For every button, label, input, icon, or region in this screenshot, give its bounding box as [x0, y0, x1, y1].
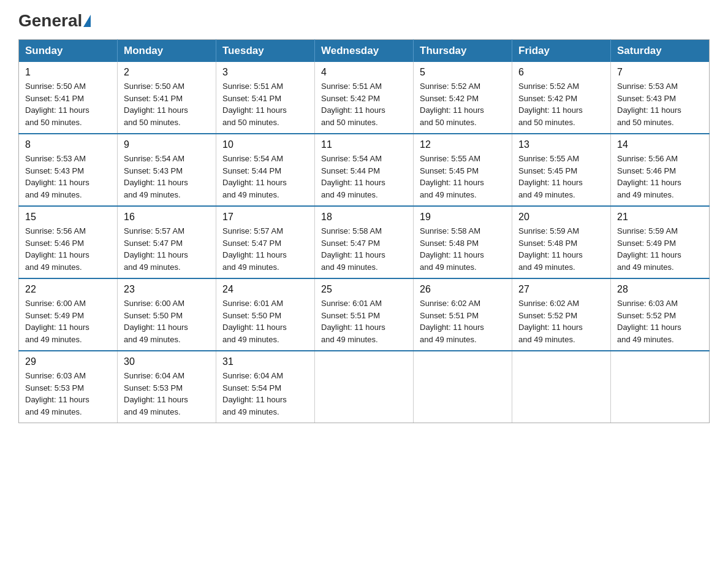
day-info: Sunrise: 6:03 AMSunset: 5:52 PMDaylight:… [617, 297, 703, 345]
day-info: Sunrise: 5:55 AMSunset: 5:45 PMDaylight:… [518, 153, 604, 201]
day-info: Sunrise: 5:57 AMSunset: 5:47 PMDaylight:… [222, 225, 308, 273]
day-info: Sunrise: 6:00 AMSunset: 5:50 PMDaylight:… [124, 297, 210, 345]
calendar-cell: 29 Sunrise: 6:03 AMSunset: 5:53 PMDaylig… [19, 351, 118, 423]
logo: General [18, 12, 92, 28]
day-number: 29 [25, 356, 111, 367]
calendar-cell: 27 Sunrise: 6:02 AMSunset: 5:52 PMDaylig… [512, 278, 611, 351]
weekday-header-friday: Friday [512, 40, 611, 63]
calendar-cell: 12 Sunrise: 5:55 AMSunset: 5:45 PMDaylig… [414, 134, 512, 206]
day-info: Sunrise: 6:04 AMSunset: 5:53 PMDaylight:… [124, 370, 210, 418]
weekday-header-monday: Monday [118, 40, 216, 63]
weekday-header-tuesday: Tuesday [216, 40, 315, 63]
calendar-cell: 24 Sunrise: 6:01 AMSunset: 5:50 PMDaylig… [216, 278, 315, 351]
day-number: 24 [222, 284, 308, 295]
calendar-cell: 30 Sunrise: 6:04 AMSunset: 5:53 PMDaylig… [118, 351, 216, 423]
weekday-row: SundayMondayTuesdayWednesdayThursdayFrid… [19, 40, 710, 63]
calendar-cell: 17 Sunrise: 5:57 AMSunset: 5:47 PMDaylig… [216, 206, 315, 278]
day-info: Sunrise: 6:02 AMSunset: 5:52 PMDaylight:… [518, 297, 604, 345]
calendar-week-row: 1 Sunrise: 5:50 AMSunset: 5:41 PMDayligh… [19, 62, 710, 134]
day-number: 2 [124, 67, 210, 78]
calendar-header: SundayMondayTuesdayWednesdayThursdayFrid… [19, 40, 710, 63]
calendar-week-row: 22 Sunrise: 6:00 AMSunset: 5:49 PMDaylig… [19, 278, 710, 351]
day-number: 8 [25, 139, 111, 150]
weekday-header-wednesday: Wednesday [315, 40, 414, 63]
calendar-cell: 1 Sunrise: 5:50 AMSunset: 5:41 PMDayligh… [19, 62, 118, 134]
calendar-table: SundayMondayTuesdayWednesdayThursdayFrid… [18, 39, 710, 423]
calendar-cell: 31 Sunrise: 6:04 AMSunset: 5:54 PMDaylig… [216, 351, 315, 423]
logo-triangle-icon [83, 15, 91, 27]
day-number: 11 [321, 139, 407, 150]
day-number: 20 [518, 212, 604, 223]
calendar-cell: 13 Sunrise: 5:55 AMSunset: 5:45 PMDaylig… [512, 134, 611, 206]
calendar-cell: 19 Sunrise: 5:58 AMSunset: 5:48 PMDaylig… [414, 206, 512, 278]
day-number: 3 [222, 67, 308, 78]
calendar-cell [315, 351, 414, 423]
day-number: 25 [321, 284, 407, 295]
day-info: Sunrise: 5:52 AMSunset: 5:42 PMDaylight:… [420, 80, 506, 128]
day-info: Sunrise: 6:03 AMSunset: 5:53 PMDaylight:… [25, 370, 111, 418]
day-number: 6 [518, 67, 604, 78]
calendar-week-row: 8 Sunrise: 5:53 AMSunset: 5:43 PMDayligh… [19, 134, 710, 206]
day-number: 19 [420, 212, 506, 223]
day-info: Sunrise: 6:00 AMSunset: 5:49 PMDaylight:… [25, 297, 111, 345]
calendar-cell: 5 Sunrise: 5:52 AMSunset: 5:42 PMDayligh… [414, 62, 512, 134]
day-number: 22 [25, 284, 111, 295]
calendar-cell [611, 351, 710, 423]
day-info: Sunrise: 5:54 AMSunset: 5:44 PMDaylight:… [321, 153, 407, 201]
day-info: Sunrise: 5:53 AMSunset: 5:43 PMDaylight:… [25, 153, 111, 201]
day-number: 26 [420, 284, 506, 295]
calendar-cell: 10 Sunrise: 5:54 AMSunset: 5:44 PMDaylig… [216, 134, 315, 206]
day-number: 28 [617, 284, 703, 295]
calendar-cell: 8 Sunrise: 5:53 AMSunset: 5:43 PMDayligh… [19, 134, 118, 206]
day-number: 31 [222, 356, 308, 367]
day-number: 13 [518, 139, 604, 150]
calendar-cell: 20 Sunrise: 5:59 AMSunset: 5:48 PMDaylig… [512, 206, 611, 278]
day-info: Sunrise: 6:02 AMSunset: 5:51 PMDaylight:… [420, 297, 506, 345]
day-info: Sunrise: 5:59 AMSunset: 5:49 PMDaylight:… [617, 225, 703, 273]
weekday-header-sunday: Sunday [19, 40, 118, 63]
calendar-cell: 2 Sunrise: 5:50 AMSunset: 5:41 PMDayligh… [118, 62, 216, 134]
calendar-cell: 6 Sunrise: 5:52 AMSunset: 5:42 PMDayligh… [512, 62, 611, 134]
day-info: Sunrise: 5:50 AMSunset: 5:41 PMDaylight:… [124, 80, 210, 128]
calendar-cell: 11 Sunrise: 5:54 AMSunset: 5:44 PMDaylig… [315, 134, 414, 206]
day-info: Sunrise: 5:58 AMSunset: 5:47 PMDaylight:… [321, 225, 407, 273]
day-info: Sunrise: 5:54 AMSunset: 5:44 PMDaylight:… [222, 153, 308, 201]
calendar-cell: 4 Sunrise: 5:51 AMSunset: 5:42 PMDayligh… [315, 62, 414, 134]
day-number: 18 [321, 212, 407, 223]
day-number: 5 [420, 67, 506, 78]
calendar-body: 1 Sunrise: 5:50 AMSunset: 5:41 PMDayligh… [19, 62, 710, 423]
logo-general-text: General [18, 12, 82, 29]
calendar-cell: 21 Sunrise: 5:59 AMSunset: 5:49 PMDaylig… [611, 206, 710, 278]
calendar-cell [414, 351, 512, 423]
weekday-header-saturday: Saturday [611, 40, 710, 63]
day-number: 17 [222, 212, 308, 223]
weekday-header-thursday: Thursday [414, 40, 512, 63]
day-number: 16 [124, 212, 210, 223]
calendar-cell: 14 Sunrise: 5:56 AMSunset: 5:46 PMDaylig… [611, 134, 710, 206]
day-info: Sunrise: 5:58 AMSunset: 5:48 PMDaylight:… [420, 225, 506, 273]
day-info: Sunrise: 6:01 AMSunset: 5:50 PMDaylight:… [222, 297, 308, 345]
day-number: 14 [617, 139, 703, 150]
day-number: 9 [124, 139, 210, 150]
day-info: Sunrise: 5:51 AMSunset: 5:41 PMDaylight:… [222, 80, 308, 128]
calendar-cell: 18 Sunrise: 5:58 AMSunset: 5:47 PMDaylig… [315, 206, 414, 278]
calendar-cell: 7 Sunrise: 5:53 AMSunset: 5:43 PMDayligh… [611, 62, 710, 134]
calendar-week-row: 29 Sunrise: 6:03 AMSunset: 5:53 PMDaylig… [19, 351, 710, 423]
calendar-cell [512, 351, 611, 423]
day-number: 1 [25, 67, 111, 78]
day-info: Sunrise: 5:57 AMSunset: 5:47 PMDaylight:… [124, 225, 210, 273]
day-info: Sunrise: 5:52 AMSunset: 5:42 PMDaylight:… [518, 80, 604, 128]
calendar-week-row: 15 Sunrise: 5:56 AMSunset: 5:46 PMDaylig… [19, 206, 710, 278]
day-number: 23 [124, 284, 210, 295]
day-number: 10 [222, 139, 308, 150]
calendar-cell: 26 Sunrise: 6:02 AMSunset: 5:51 PMDaylig… [414, 278, 512, 351]
calendar-cell: 3 Sunrise: 5:51 AMSunset: 5:41 PMDayligh… [216, 62, 315, 134]
calendar-cell: 23 Sunrise: 6:00 AMSunset: 5:50 PMDaylig… [118, 278, 216, 351]
day-info: Sunrise: 5:59 AMSunset: 5:48 PMDaylight:… [518, 225, 604, 273]
day-info: Sunrise: 6:01 AMSunset: 5:51 PMDaylight:… [321, 297, 407, 345]
day-info: Sunrise: 5:53 AMSunset: 5:43 PMDaylight:… [617, 80, 703, 128]
day-number: 21 [617, 212, 703, 223]
day-number: 4 [321, 67, 407, 78]
calendar-cell: 25 Sunrise: 6:01 AMSunset: 5:51 PMDaylig… [315, 278, 414, 351]
day-info: Sunrise: 5:56 AMSunset: 5:46 PMDaylight:… [25, 225, 111, 273]
